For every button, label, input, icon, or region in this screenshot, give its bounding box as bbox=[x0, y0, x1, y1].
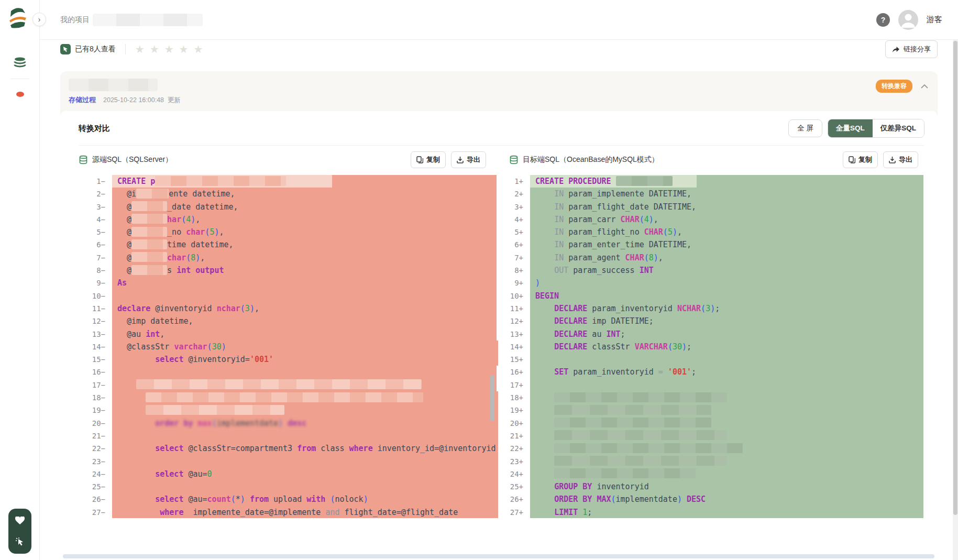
redacted-object-name bbox=[69, 79, 158, 91]
star-rating[interactable]: ★★★★★ bbox=[125, 44, 203, 54]
redacted-code-blur bbox=[131, 227, 167, 237]
notification-dot-icon[interactable] bbox=[16, 92, 24, 97]
code-line: 21+ bbox=[497, 430, 923, 442]
compare-panel: 转换对比 全 屏 全量SQL 仅差异SQL 源端SQL（SQL bbox=[60, 111, 938, 518]
code-text: declare @inventoryid nchar(3), bbox=[112, 302, 497, 315]
line-number: 16+ bbox=[497, 366, 530, 378]
code-line: 2+ IN param_implemente DATETIME, bbox=[497, 188, 923, 200]
floating-toolbar bbox=[8, 509, 31, 554]
sidebar-collapse-button[interactable]: › bbox=[32, 13, 46, 26]
code-line: 8− @s int output bbox=[79, 264, 497, 277]
updated-timestamp: 2025-10-22 16:00:48 更新 bbox=[103, 96, 181, 105]
code-text bbox=[530, 404, 923, 416]
line-number: 9− bbox=[79, 277, 112, 289]
redacted-code-blur bbox=[131, 252, 167, 262]
code-line: 12+ DECLARE imp DATETIME; bbox=[497, 315, 923, 327]
star-icon[interactable]: ★ bbox=[150, 44, 159, 54]
redacted-code-blur bbox=[131, 265, 167, 275]
segment-diff-only-sql[interactable]: 仅差异SQL bbox=[873, 119, 924, 137]
code-line: 26− select @au=count(*) from upload with… bbox=[79, 493, 497, 506]
fullscreen-button[interactable]: 全 屏 bbox=[788, 119, 822, 137]
code-text: @_no char(5), bbox=[112, 226, 497, 238]
page-scrollbar-track[interactable] bbox=[953, 40, 958, 560]
breadcrumb[interactable]: 我的项目 bbox=[60, 15, 90, 25]
star-icon[interactable]: ★ bbox=[164, 44, 174, 54]
line-number: 6− bbox=[79, 238, 112, 251]
database-nav-icon[interactable] bbox=[13, 57, 27, 71]
sidebar-divider bbox=[10, 79, 29, 79]
page-scrollbar-thumb[interactable] bbox=[953, 41, 957, 515]
compare-title: 转换对比 bbox=[79, 124, 110, 134]
code-text: IN param_flight_date DATETIME, bbox=[530, 201, 923, 213]
export-target-button[interactable]: 导出 bbox=[883, 151, 918, 168]
horizontal-scrollbar[interactable] bbox=[63, 554, 934, 558]
code-line: 26+ ORDER BY MAX(implementdate) DESC bbox=[497, 493, 923, 506]
line-number: 24− bbox=[79, 468, 112, 480]
line-number: 21− bbox=[79, 430, 112, 442]
share-link-label: 链接分享 bbox=[904, 45, 931, 54]
code-text: select @au=count(*) from upload with (no… bbox=[112, 493, 497, 506]
code-text: select @classStr=compartment3 from class… bbox=[112, 442, 497, 455]
sidebar bbox=[0, 0, 40, 560]
viewers-cursor-icon bbox=[60, 44, 71, 54]
code-text bbox=[112, 404, 497, 416]
export-source-button[interactable]: 导出 bbox=[451, 151, 486, 168]
code-text: GROUP BY inventoryid bbox=[530, 480, 923, 493]
source-sql-header: 源端SQL（SQLServer） 复制 bbox=[79, 151, 497, 168]
copy-source-button[interactable]: 复制 bbox=[411, 151, 446, 168]
app-logo-icon[interactable] bbox=[6, 6, 29, 29]
help-icon[interactable]: ? bbox=[876, 13, 890, 27]
redacted-code-blur bbox=[136, 379, 422, 389]
code-line: 11+ DECLARE param_inventoryid NCHAR(3); bbox=[497, 302, 923, 315]
copy-label: 复制 bbox=[426, 155, 440, 164]
code-line: 13− @au int, bbox=[79, 328, 497, 341]
line-number: 3− bbox=[79, 201, 112, 213]
line-number: 25− bbox=[79, 480, 112, 493]
star-icon[interactable]: ★ bbox=[179, 44, 189, 54]
copy-icon bbox=[849, 156, 855, 163]
code-line: 6− @time datetime, bbox=[79, 238, 497, 251]
code-line: 3+ IN param_flight_date DATETIME, bbox=[497, 201, 923, 213]
code-text bbox=[112, 366, 497, 378]
code-text bbox=[112, 290, 497, 302]
line-number: 23+ bbox=[497, 455, 530, 468]
line-number: 11+ bbox=[497, 302, 530, 315]
line-number: 27+ bbox=[497, 506, 530, 518]
copy-target-button[interactable]: 复制 bbox=[843, 151, 878, 168]
code-line: 15+ bbox=[497, 353, 923, 366]
line-number: 13− bbox=[79, 328, 112, 341]
line-number: 18+ bbox=[497, 391, 530, 404]
share-link-button[interactable]: 链接分享 bbox=[885, 40, 938, 58]
sql-diff-view: 1−CREATE p2− @iente datetime,3− @_date d… bbox=[79, 175, 924, 518]
star-icon[interactable]: ★ bbox=[194, 44, 203, 54]
code-text: DECLARE au INT; bbox=[530, 328, 923, 341]
viewers-row: 已有8人查看 ★★★★★ 链接分享 bbox=[60, 40, 938, 58]
user-name[interactable]: 游客 bbox=[927, 15, 942, 25]
compat-status-badge: 转换兼容 bbox=[876, 80, 912, 93]
code-line: 5− @_no char(5), bbox=[79, 226, 497, 238]
line-number: 1+ bbox=[497, 175, 530, 188]
object-type-label: 存储过程 bbox=[69, 95, 96, 105]
pointer-click-icon[interactable] bbox=[12, 534, 28, 550]
code-text bbox=[112, 430, 497, 442]
redacted-code-blur bbox=[554, 405, 711, 415]
line-number: 10− bbox=[79, 290, 112, 302]
redacted-code-blur bbox=[136, 189, 169, 199]
redacted-code-blur bbox=[554, 443, 743, 453]
line-number: 14+ bbox=[497, 341, 530, 353]
star-icon[interactable]: ★ bbox=[135, 44, 145, 54]
segment-full-sql[interactable]: 全量SQL bbox=[828, 119, 873, 137]
code-line: 24− select @au=0 bbox=[79, 468, 497, 480]
code-line: 23+ bbox=[497, 455, 923, 468]
code-line: 15− select @inventoryid='001' bbox=[79, 353, 497, 366]
favorite-heart-icon[interactable] bbox=[12, 513, 28, 529]
target-sql-header: 目标端SQL（OceanBase的MySQL模式） 复制 bbox=[497, 151, 923, 168]
avatar[interactable] bbox=[898, 10, 918, 30]
code-line: 16+ SET param_inventoryid = '001'; bbox=[497, 366, 923, 378]
line-number: 19− bbox=[79, 404, 112, 416]
source-pane-scrollbar[interactable] bbox=[490, 375, 494, 421]
code-line: 10+BEGIN bbox=[497, 290, 923, 302]
code-line: 22− select @classStr=compartment3 from c… bbox=[79, 442, 497, 455]
code-text: CREATE PROCEDURE bbox=[530, 175, 923, 188]
chevron-up-icon[interactable] bbox=[921, 84, 928, 89]
